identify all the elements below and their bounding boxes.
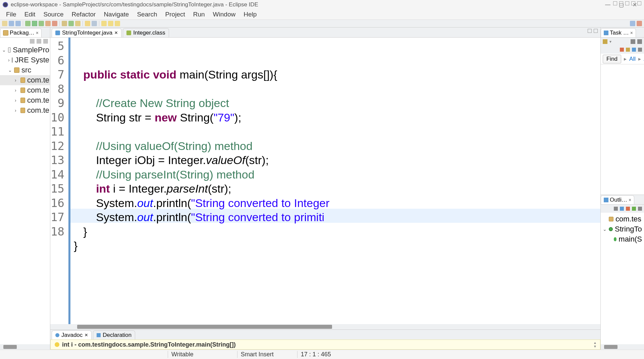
- close-icon[interactable]: ×: [114, 30, 118, 36]
- collapse-all-icon[interactable]: [30, 39, 35, 44]
- find-button[interactable]: Find: [603, 55, 621, 63]
- minimize-button[interactable]: —: [601, 2, 614, 8]
- hide-local-icon[interactable]: [638, 207, 642, 211]
- coverage-icon[interactable]: [39, 21, 44, 26]
- menu-file[interactable]: File: [2, 10, 20, 19]
- external-tools-icon[interactable]: [52, 21, 57, 26]
- categorize-icon[interactable]: [631, 39, 635, 44]
- editor-area[interactable]: 5 6 7 8 9 10 11 12 13 14 15 16 17 18 pub…: [50, 38, 600, 324]
- src-node[interactable]: ⌄ src: [0, 65, 50, 75]
- outline-class-node[interactable]: ⌄ StringTo: [601, 224, 644, 234]
- debug-icon[interactable]: [25, 21, 31, 26]
- editor-tab-active[interactable]: StringToInteger.java ×: [52, 28, 121, 37]
- nav-icon[interactable]: [619, 1, 623, 5]
- minimize-editor-icon[interactable]: [588, 29, 592, 33]
- view-menu-icon[interactable]: [637, 39, 642, 44]
- annotation-icon[interactable]: [92, 21, 97, 26]
- project-node[interactable]: ⌄ SamplePro: [0, 45, 50, 55]
- hide-static-icon[interactable]: [626, 207, 630, 211]
- status-writable: Writable: [168, 351, 197, 358]
- menu-help[interactable]: Help: [239, 10, 261, 19]
- package-node[interactable]: › com.te: [0, 95, 50, 105]
- outline-tab[interactable]: Outli… ×: [601, 195, 634, 204]
- twisty-open-icon[interactable]: ⌄: [603, 226, 607, 232]
- package-node[interactable]: › com.te: [0, 75, 50, 85]
- sort-icon[interactable]: [614, 207, 618, 211]
- package-explorer-tab[interactable]: Packag… ×: [0, 28, 42, 37]
- view-menu-icon[interactable]: [43, 39, 48, 44]
- java-file-icon: [55, 31, 60, 35]
- nav-last-edit-icon[interactable]: [115, 21, 120, 26]
- jre-node[interactable]: › JRE Syste: [0, 55, 50, 65]
- menu-refactor[interactable]: Refactor: [68, 10, 100, 19]
- close-icon[interactable]: ×: [85, 332, 88, 339]
- run-icon[interactable]: [32, 21, 37, 26]
- editor-tab-inactive[interactable]: Integer.class: [123, 28, 169, 37]
- twisty-open-icon[interactable]: ⌄: [8, 67, 12, 73]
- menu-source[interactable]: Source: [39, 10, 67, 19]
- status-insert: Smart Insert: [237, 351, 277, 358]
- twisty-closed-icon[interactable]: ›: [15, 98, 18, 103]
- save-icon[interactable]: [9, 21, 14, 26]
- filter-icon[interactable]: [626, 48, 630, 52]
- outline-method-node[interactable]: main(S: [601, 234, 644, 244]
- all-link[interactable]: All: [629, 56, 636, 62]
- twisty-open-icon[interactable]: ⌄: [2, 47, 6, 53]
- filter-icon[interactable]: [638, 48, 642, 52]
- close-icon[interactable]: ×: [630, 30, 633, 36]
- link-editor-icon[interactable]: [37, 39, 41, 44]
- package-node[interactable]: › com.te: [0, 105, 50, 115]
- filter-icon[interactable]: [620, 48, 624, 52]
- search-icon[interactable]: [85, 21, 90, 26]
- nav-icon[interactable]: [613, 1, 617, 5]
- new-icon[interactable]: [2, 21, 7, 26]
- task-toolbar: ▾: [601, 38, 644, 46]
- nav-fwd-icon[interactable]: [108, 21, 113, 26]
- outline-hscroll[interactable]: [601, 344, 644, 350]
- menu-run[interactable]: Run: [189, 10, 209, 19]
- twisty-closed-icon[interactable]: ›: [15, 78, 18, 83]
- hide-nonpublic-icon[interactable]: [632, 207, 636, 211]
- scroll-arrows-icon[interactable]: ▲▼: [593, 341, 597, 348]
- perspective-java-icon[interactable]: [630, 21, 635, 26]
- new-class-icon[interactable]: [68, 21, 74, 26]
- view-menu-icon[interactable]: [625, 1, 629, 5]
- perspective-debug-icon[interactable]: [637, 21, 642, 26]
- close-icon[interactable]: ×: [629, 197, 631, 203]
- outline-package-node[interactable]: com.tes: [601, 214, 644, 224]
- hide-fields-icon[interactable]: [620, 207, 624, 211]
- task-list-tab[interactable]: Task … ×: [601, 28, 636, 37]
- new-task-icon[interactable]: [603, 39, 607, 44]
- declaration-label: Declaration: [103, 332, 131, 339]
- code-area[interactable]: public static void main(String args[]){ …: [70, 38, 600, 324]
- package-label: com.te: [27, 106, 49, 115]
- task-filter-toolbar: [601, 46, 644, 54]
- package-node[interactable]: › com.te: [0, 85, 50, 95]
- menu-navigate[interactable]: Navigate: [100, 10, 133, 19]
- close-icon[interactable]: ×: [36, 30, 39, 36]
- main-toolbar: [0, 19, 644, 28]
- menu-edit[interactable]: Edit: [20, 10, 40, 19]
- package-explorer-hscroll[interactable]: [0, 344, 50, 350]
- twisty-closed-icon[interactable]: ›: [15, 88, 18, 93]
- menu-search[interactable]: Search: [133, 10, 161, 19]
- open-type-icon[interactable]: [75, 21, 80, 26]
- outline-tree[interactable]: com.tes ⌄ StringTo main(S: [601, 213, 644, 344]
- editor-hscroll[interactable]: [50, 324, 600, 329]
- save-all-icon[interactable]: [15, 21, 21, 26]
- minimize-view-icon[interactable]: [631, 1, 635, 5]
- menu-project[interactable]: Project: [161, 10, 189, 19]
- new-package-icon[interactable]: [62, 21, 67, 26]
- editor-tab-label: StringToInteger.java: [62, 30, 112, 36]
- maximize-editor-icon[interactable]: [594, 29, 598, 33]
- twisty-closed-icon[interactable]: ›: [15, 108, 18, 113]
- javadoc-tab[interactable]: Javadoc ×: [52, 330, 92, 340]
- nav-back-icon[interactable]: [101, 21, 107, 26]
- maximize-view-icon[interactable]: [637, 1, 641, 5]
- twisty-closed-icon[interactable]: ›: [8, 57, 10, 63]
- declaration-tab[interactable]: Declaration: [93, 330, 135, 340]
- filter-icon[interactable]: [632, 48, 636, 52]
- run-last-icon[interactable]: [45, 21, 51, 26]
- menu-window[interactable]: Window: [209, 10, 240, 19]
- package-explorer-tree[interactable]: ⌄ SamplePro › JRE Syste ⌄ src › com.te ›: [0, 45, 50, 344]
